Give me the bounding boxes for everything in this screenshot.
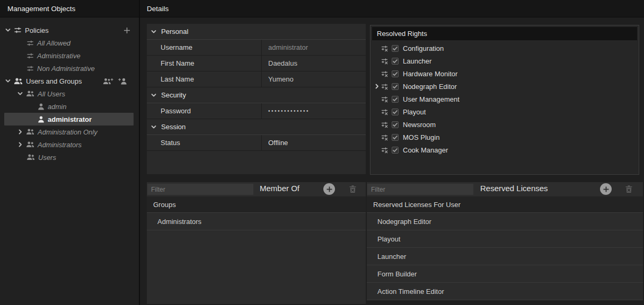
license-row-nodegraph-editor[interactable]: Nodegraph Editor xyxy=(367,213,643,230)
checkbox-checked[interactable] xyxy=(392,134,399,141)
tree-item-label: Administration Only xyxy=(38,128,98,136)
chevron-down-icon[interactable] xyxy=(4,27,12,33)
policy-resolved-icon xyxy=(381,121,388,128)
group-row-label: Administrators xyxy=(157,218,201,226)
add-group-icon[interactable] xyxy=(103,78,113,85)
reserved-licenses-title: Reserved Licenses xyxy=(480,184,548,193)
checkbox-checked[interactable] xyxy=(392,109,399,115)
user-icon xyxy=(38,103,45,110)
add-user-icon[interactable] xyxy=(118,78,127,85)
section-session[interactable]: Session xyxy=(147,119,366,135)
tree-item-admin[interactable]: admin xyxy=(4,100,134,113)
reserved-licenses-toolbar: Reserved Licenses xyxy=(367,182,643,196)
policy-resolved-icon xyxy=(381,45,388,52)
tree-item-administrators[interactable]: Administrators xyxy=(4,138,134,151)
license-row-label: Nodegraph Editor xyxy=(377,218,431,226)
chevron-right-icon[interactable] xyxy=(16,129,24,135)
license-row-label: Launcher xyxy=(377,253,406,261)
tree-item-administrative[interactable]: Administrative xyxy=(4,49,134,62)
field-label: Username xyxy=(147,40,261,55)
password-field[interactable]: ••••••••••••• xyxy=(261,103,366,119)
checkbox-checked[interactable] xyxy=(392,121,399,128)
remove-reserved-license-button[interactable] xyxy=(625,185,633,193)
field-row-username: Username administrator xyxy=(147,40,366,56)
user-icon xyxy=(38,116,45,123)
checkbox-checked[interactable] xyxy=(392,96,399,103)
add-policy-icon[interactable] xyxy=(123,27,130,34)
chevron-down-icon xyxy=(151,92,157,98)
member-of-toolbar: Member Of xyxy=(147,182,366,196)
policy-resolved-icon xyxy=(381,83,388,90)
checkbox-checked[interactable] xyxy=(392,83,399,90)
tree-item-label: Policies xyxy=(25,26,49,34)
reserved-licenses-filter-input[interactable] xyxy=(367,184,473,195)
field-label: First Name xyxy=(147,56,261,71)
resolved-rights-title: Resolved Rights xyxy=(377,30,427,38)
tree-item-administration-only[interactable]: Administration Only xyxy=(4,125,134,138)
tree-item-users-and-groups[interactable]: Users and Groups xyxy=(4,75,134,87)
reserved-licenses-list-header: Reserved Licenses For User xyxy=(367,196,643,213)
checkbox-checked[interactable] xyxy=(392,58,399,65)
right-label: Cook Manager xyxy=(403,146,448,154)
tree-item-administrator[interactable]: administrator xyxy=(4,113,134,125)
chevron-down-icon[interactable] xyxy=(16,91,24,97)
right-label: MOS Plugin xyxy=(403,133,439,141)
add-reserved-license-button[interactable] xyxy=(600,183,612,195)
license-row-action-timeline-editor[interactable]: Action Timeline Editor xyxy=(367,283,643,300)
last-name-field[interactable]: Yumeno xyxy=(261,71,366,87)
tree-item-label: administrator xyxy=(48,115,92,123)
section-personal[interactable]: Personal xyxy=(147,24,366,40)
users-and-groups-icon xyxy=(14,78,23,85)
management-objects-header: Management Objects xyxy=(0,0,139,17)
tree-item-label: Non Administrative xyxy=(37,65,95,73)
checkbox-checked[interactable] xyxy=(392,147,399,154)
reserved-licenses-list-header-label: Reserved Licenses For User xyxy=(373,201,461,209)
member-of-filter-input[interactable] xyxy=(147,184,253,195)
right-label: Configuration xyxy=(403,44,444,52)
license-row-label: Action Timeline Editor xyxy=(377,288,444,295)
right-item-launcher: Launcher xyxy=(370,55,639,67)
license-row-launcher[interactable]: Launcher xyxy=(367,248,643,265)
first-name-field[interactable]: Daedalus xyxy=(261,56,366,71)
chevron-right-icon[interactable] xyxy=(16,141,24,148)
group-icon xyxy=(26,91,34,97)
right-label: Newsroom xyxy=(403,121,436,129)
checkbox-checked[interactable] xyxy=(392,45,399,52)
chevron-down-icon[interactable] xyxy=(4,78,12,84)
form-filler xyxy=(147,151,366,174)
field-row-password: Password ••••••••••••• xyxy=(147,103,366,119)
tree-item-non-administrative[interactable]: Non Administrative xyxy=(4,62,134,75)
details-title: Details xyxy=(147,5,169,13)
section-security[interactable]: Security xyxy=(147,87,366,103)
member-of-title: Member Of xyxy=(260,184,299,193)
user-details-form: Personal Username administrator First Na… xyxy=(147,24,366,174)
remove-group-membership-button[interactable] xyxy=(349,185,357,193)
status-value: Offline xyxy=(261,135,366,150)
right-label: Hardware Monitor xyxy=(403,70,457,78)
chevron-down-icon xyxy=(151,29,157,35)
policy-resolved-icon xyxy=(381,96,388,103)
member-of-section: Member Of Groups Administrators xyxy=(147,182,366,304)
right-item-newsroom: Newsroom xyxy=(370,118,639,131)
group-row-administrators[interactable]: Administrators xyxy=(147,213,366,230)
policy-resolved-icon xyxy=(381,58,388,65)
tree-item-policies[interactable]: Policies xyxy=(4,24,134,37)
tree-item-all-allowed[interactable]: All Allowed xyxy=(4,37,134,49)
checkbox-checked[interactable] xyxy=(392,70,399,77)
right-label: Playout xyxy=(403,108,426,116)
license-row-playout[interactable]: Playout xyxy=(367,230,643,248)
field-label: Status xyxy=(147,135,261,150)
tree-item-all-users[interactable]: All Users xyxy=(4,87,134,100)
add-group-membership-button[interactable] xyxy=(323,183,335,195)
field-row-status: Status Offline xyxy=(147,135,366,151)
license-row-form-builder[interactable]: Form Builder xyxy=(367,265,643,283)
username-field[interactable]: administrator xyxy=(261,40,366,55)
group-icon xyxy=(27,154,35,160)
tree-item-users[interactable]: Users xyxy=(4,151,134,164)
section-label: Security xyxy=(161,91,186,99)
tree-item-label: admin xyxy=(48,103,66,111)
right-item-nodegraph-editor: Nodegraph Editor xyxy=(370,80,639,93)
chevron-down-icon xyxy=(151,124,157,130)
chevron-right-icon[interactable] xyxy=(374,83,381,89)
group-icon xyxy=(26,129,34,135)
